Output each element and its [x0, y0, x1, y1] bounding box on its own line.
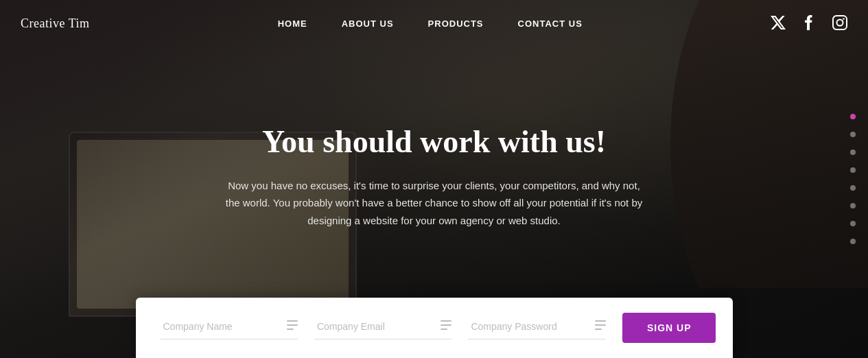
email-input-icon [441, 320, 451, 333]
nav-link-contact[interactable]: CONTACT US [518, 19, 583, 29]
signup-button[interactable]: SIGN UP [622, 313, 716, 343]
svg-rect-10 [595, 324, 606, 326]
twitter-icon[interactable] [771, 16, 786, 32]
navbar: Creative Tim HOME ABOUT US PRODUCTS CONT… [0, 0, 868, 47]
facebook-icon[interactable] [805, 15, 813, 32]
svg-rect-9 [595, 320, 606, 322]
dot-4[interactable] [850, 167, 856, 173]
nav-link-about[interactable]: ABOUT US [342, 19, 394, 29]
svg-rect-3 [287, 320, 298, 322]
nav-link-home[interactable]: HOME [278, 19, 307, 29]
svg-rect-6 [441, 320, 451, 322]
hero-content: You should work with us! Now you have no… [194, 124, 675, 229]
svg-point-1 [837, 19, 843, 25]
company-password-group [468, 317, 605, 339]
hero-title: You should work with us! [194, 124, 675, 160]
dot-7[interactable] [850, 221, 856, 226]
hero-subtitle: Now you have no excuses, it's time to su… [222, 177, 647, 230]
svg-point-2 [843, 18, 844, 19]
dot-6[interactable] [850, 203, 856, 208]
nav-link-products[interactable]: PRODUCTS [428, 19, 484, 29]
nav-item-home[interactable]: HOME [278, 17, 307, 29]
svg-rect-5 [287, 329, 294, 330]
password-input-icon [595, 320, 606, 333]
dot-2[interactable] [850, 132, 856, 137]
company-password-input[interactable] [468, 317, 594, 336]
dot-8[interactable] [850, 239, 856, 244]
nav-item-contact[interactable]: CONTACT US [518, 17, 583, 29]
social-icons [771, 15, 847, 32]
dot-5[interactable] [850, 185, 856, 191]
dot-3[interactable] [850, 150, 856, 155]
name-input-icon [287, 320, 298, 333]
svg-rect-4 [287, 324, 298, 326]
nav-links: HOME ABOUT US PRODUCTS CONTACT US [278, 17, 583, 29]
company-email-group [314, 317, 451, 339]
instagram-icon[interactable] [832, 15, 847, 32]
svg-rect-0 [833, 16, 847, 29]
svg-rect-7 [441, 324, 451, 326]
nav-item-products[interactable]: PRODUCTS [428, 17, 484, 29]
company-name-input[interactable] [161, 317, 287, 336]
signup-bar: SIGN UP [136, 298, 733, 358]
company-name-group [161, 317, 298, 339]
svg-rect-11 [595, 329, 602, 330]
nav-item-about[interactable]: ABOUT US [342, 17, 394, 29]
company-email-input[interactable] [314, 317, 441, 336]
svg-rect-8 [441, 329, 447, 330]
hero-section: Creative Tim HOME ABOUT US PRODUCTS CONT… [0, 0, 868, 358]
dot-1[interactable] [850, 114, 856, 119]
side-dots [850, 114, 856, 244]
brand-logo[interactable]: Creative Tim [21, 16, 90, 31]
